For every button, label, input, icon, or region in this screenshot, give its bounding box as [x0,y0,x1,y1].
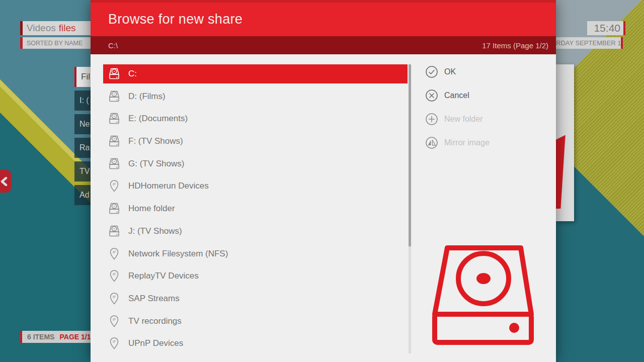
page-indicator: PAGE 1/1 [59,333,91,341]
items-count-bar: 6 ITEMS PAGE 1/1 [20,331,91,343]
bg-file-item-label: Fil [81,72,90,82]
bg-file-item[interactable]: Ra [74,138,91,158]
svg-text:IP: IP [113,340,116,343]
share-list-item-label: Home folder [128,204,175,214]
share-list-item-label: J: (TV Shows) [128,226,182,236]
bg-file-item-label: TV [79,167,90,176]
bg-file-item[interactable]: Ne [74,114,91,134]
poster-artwork [556,64,574,221]
sort-order-label: SORTED BY NAME [27,40,83,47]
library-title-secondary: files [59,23,76,34]
kodi-screen: Videos files SORTED BY NAME Fil I: ( Ne … [0,0,644,362]
scrollbar-thumb[interactable] [409,64,411,246]
cancel-button[interactable]: Cancel [425,89,490,102]
share-list-item-label: HDHomerun Devices [128,181,209,191]
bg-file-item[interactable]: Ad [74,185,91,205]
share-list-item-label: TV recordings [128,316,182,326]
check-circle-icon [425,65,438,78]
network-ip-icon: IP [107,247,121,261]
svg-text:IP: IP [113,295,116,298]
svg-text:IP: IP [113,317,116,321]
bg-file-item-selected[interactable]: Fil [74,67,91,87]
network-ip-icon: IP [107,269,121,283]
close-circle-icon [425,89,438,102]
share-list-item-label: Network Filesystem (NFS) [128,249,228,259]
poster-card [556,64,574,221]
share-list-item-label: F: (TV Shows) [128,136,183,146]
share-list-item[interactable]: IP Network Filesystem (NFS) [103,244,408,263]
bg-file-item-label: Ne [79,120,90,129]
svg-text:IP: IP [113,183,116,186]
share-list-item-label: E: (Documents) [128,114,188,124]
share-list-item[interactable]: Home folder [103,199,408,218]
dialog-title: Browse for new share [108,12,243,27]
share-list-item-label: C: [128,69,137,79]
bg-file-item[interactable]: I: ( [74,90,91,111]
share-list-item-label: D: (Films) [128,92,166,102]
bg-file-item[interactable]: TV [74,161,91,182]
network-ip-icon: IP [107,314,121,328]
share-list-item[interactable]: J: (TV Shows) [103,222,408,241]
hard-drive-icon [107,112,121,126]
library-title: Videos [27,23,56,34]
share-list-item[interactable]: D: (Films) [103,87,408,106]
share-list-item-label: UPnP Devices [128,338,183,348]
ok-button-label: OK [444,67,456,76]
library-title-bar: Videos files [20,21,91,35]
back-chevron-icon [0,177,8,186]
share-list-item-label: SAP Streams [128,294,180,304]
share-list-item-selected[interactable]: C: [103,64,408,83]
share-list: C: D: (Films) [103,64,408,353]
hard-drive-illustration [431,244,535,345]
dialog-path-bar: C:\ 17 Items (Page 1/2) [91,36,556,54]
sort-order-bar: SORTED BY NAME [20,37,91,49]
new-folder-button-label: New folder [444,115,482,124]
items-count: 6 ITEMS [27,333,54,341]
hard-drive-icon [107,134,121,148]
dialog-header: Browse for new share [91,0,556,36]
share-list-item[interactable]: F: (TV Shows) [103,132,408,151]
share-list-item[interactable]: IP SAP Streams [103,289,408,308]
mirror-image-button-label: Mirror image [444,138,490,147]
mirror-image-button[interactable]: Mirror image [425,136,490,149]
share-list-item[interactable]: IP UPnP Devices [103,334,408,353]
hard-drive-icon [107,89,121,104]
cancel-button-label: Cancel [444,91,469,100]
clock-bar: 15:40 [587,21,625,35]
current-path: C:\ [108,41,118,50]
hard-drive-icon [107,157,121,171]
mirror-circle-icon [425,136,438,149]
svg-text:IP: IP [113,273,116,276]
share-list-item[interactable]: IP HDHomerun Devices [103,176,408,196]
bg-file-item-label: Ad [79,191,90,200]
ok-button[interactable]: OK [425,65,490,78]
dialog-body: C: D: (Films) [91,54,556,362]
item-count: 17 Items (Page 1/2) [482,41,548,50]
hard-drive-icon [107,224,121,238]
bg-file-item-label: Ra [79,143,90,152]
network-ip-icon: IP [107,292,121,306]
background-left: Videos files SORTED BY NAME Fil I: ( Ne … [0,0,91,362]
hard-drive-icon [107,67,121,81]
background-right: 15:40 RDAY SEPTEMBER 13 [556,0,644,362]
date-label: RDAY SEPTEMBER 13 [556,39,623,47]
browse-share-dialog: Browse for new share C:\ 17 Items (Page … [91,0,556,362]
share-list-item[interactable]: E: (Documents) [103,109,408,128]
plus-circle-icon [425,113,438,126]
svg-text:IP: IP [113,250,116,253]
bg-file-item-label: I: ( [79,96,89,105]
network-ip-icon: IP [107,336,121,350]
share-list-item[interactable]: IP ReplayTV Devices [103,266,408,286]
dialog-actions: OK Cancel New folder [425,65,490,149]
new-folder-button[interactable]: New folder [425,113,490,126]
share-list-item-label: G: (TV Shows) [128,159,184,169]
date-bar: RDAY SEPTEMBER 13 [556,37,623,49]
clock-time: 15:40 [594,22,620,34]
back-button[interactable] [0,170,11,193]
list-scrollbar[interactable] [409,64,411,353]
network-ip-icon: IP [107,179,121,193]
share-list-item[interactable]: IP TV recordings [103,312,408,331]
share-list-item-label: ReplayTV Devices [128,271,199,281]
hard-drive-icon [107,202,121,216]
share-list-item[interactable]: G: (TV Shows) [103,154,408,173]
